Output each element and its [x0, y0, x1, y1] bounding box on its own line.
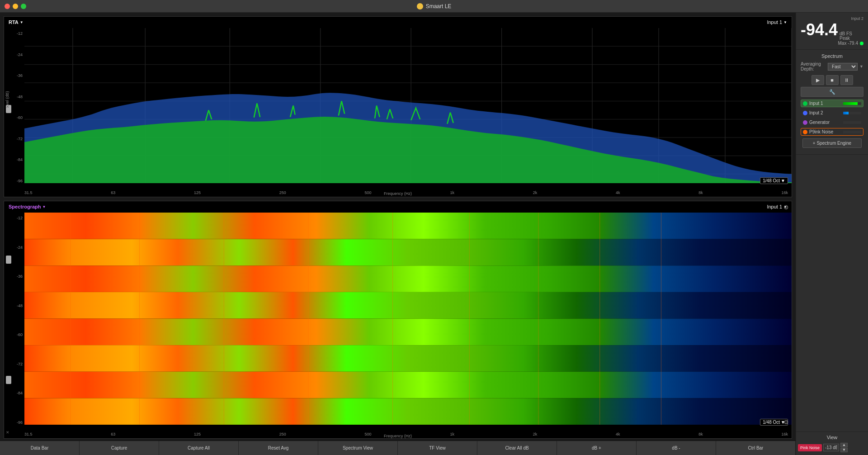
add-spectrum-engine-button[interactable]: + Spectrum Engine [802, 138, 862, 148]
avg-depth-label: Averaging Depth: [801, 62, 826, 71]
oct-badge-arrow: ▼ [781, 178, 785, 183]
stop-button[interactable]: ■ [826, 75, 839, 85]
spectrum-view-button[interactable]: Spectrum View [318, 441, 398, 455]
x-label-500: 500 [365, 190, 372, 195]
wrench-button[interactable]: 🔧 [801, 87, 863, 97]
pink-noise-button[interactable]: Pink Noise [798, 444, 822, 451]
channel4-meter [843, 131, 861, 133]
db-input[interactable] [823, 444, 839, 451]
avg-depth-select[interactable]: Fast Medium Slow [828, 63, 858, 71]
y-axis-title-container: Level (dB) [4, 17, 10, 184]
capture-button[interactable]: Capture [80, 441, 159, 455]
view-section: View Pink Noise ▲ ▼ [796, 431, 868, 455]
tf-view-button[interactable]: TF View [398, 441, 477, 455]
ctrl-bar-button[interactable]: Ctrl Bar [716, 441, 796, 455]
play-button[interactable]: ▶ [811, 75, 824, 85]
data-bar-button[interactable]: Data Bar [0, 441, 80, 455]
x-label-125: 125 [194, 190, 201, 195]
channel2-meter [843, 112, 861, 114]
rta-chart-area [24, 28, 792, 183]
channel3-dot [803, 120, 807, 125]
oct-badge-text: 1/48 Oct [763, 178, 780, 183]
spectrogram-header: Spectrograph ▼ [9, 204, 46, 209]
bottom-toolbar: Data Bar Capture Capture All Reset Avg S… [0, 441, 796, 455]
channel3-meter [843, 121, 861, 124]
pause-button[interactable]: ⏸ [840, 75, 853, 85]
x-label-2k: 2k [533, 190, 538, 195]
app-title-text: Smaart LE [426, 3, 452, 9]
window-controls[interactable] [5, 4, 26, 9]
rta-input-label: Input 1 [767, 19, 782, 25]
channel2-dot [803, 111, 807, 115]
close-button[interactable] [5, 4, 10, 9]
channel-input2[interactable]: Input 2 [801, 109, 863, 117]
main-layout: RTA ▼ Input 1 ▼ -12 -24 -36 -48 -60 -72 … [0, 13, 868, 455]
spectrogram-oct-text: 1/48 Oct [763, 420, 780, 425]
channel1-fill [843, 102, 858, 105]
spectrogram-panel: Spectrograph ▼ Input 1 ▼ ⚙ -12 -24 -36 -… [4, 201, 792, 439]
view-title: View [798, 435, 866, 440]
spectrogram-dropdown[interactable]: ▼ [42, 205, 46, 209]
channel-input1[interactable]: Input 1 [801, 100, 863, 107]
x-label-63: 63 [111, 190, 115, 195]
channel-p9ink[interactable]: P9ink Noise [801, 128, 863, 136]
channel4-dot [803, 130, 807, 134]
channel2-label: Input 2 [809, 110, 841, 115]
spectrogram-x-title: Frequency (Hz) [384, 434, 412, 438]
spectrogram-visual [24, 213, 792, 425]
avg-depth-row: Averaging Depth: Fast Medium Slow ▼ [801, 62, 863, 71]
level-max-text: Max -79.4 [838, 41, 858, 46]
channel4-label: P9ink Noise [809, 129, 841, 134]
x-label-1k: 1k [450, 190, 454, 195]
channel2-fill [843, 112, 849, 114]
spectrogram-slider-bottom[interactable] [6, 376, 11, 384]
channel1-dot [803, 101, 807, 106]
spectrogram-label-text: Spectrograph [9, 204, 41, 209]
spectrogram-bottom-settings-icon[interactable]: ⚙ [783, 419, 789, 426]
channel1-label: Input 1 [809, 101, 841, 106]
level-value: -94.4 [801, 22, 838, 38]
capture-all-button[interactable]: Capture All [159, 441, 239, 455]
db-plus-button[interactable]: dB + [557, 441, 637, 455]
view-controls: Pink Noise ▲ ▼ [798, 443, 866, 452]
x-label-8k: 8k [698, 190, 703, 195]
rta-close-icon[interactable]: ✕ [6, 104, 9, 109]
reset-avg-button[interactable]: Reset Avg [239, 441, 318, 455]
channel-generator[interactable]: Generator [801, 118, 863, 126]
rta-panel: RTA ▼ Input 1 ▼ -12 -24 -36 -48 -60 -72 … [4, 16, 792, 197]
rta-header: RTA ▼ [9, 19, 24, 25]
titlebar: Smaart LE [0, 0, 868, 13]
spectrogram-slider-top[interactable] [6, 256, 11, 264]
x-label-31: 31.5 [24, 190, 33, 195]
db-minus-button[interactable]: dB - [637, 441, 716, 455]
x-axis-title: Frequency (Hz) [384, 191, 412, 196]
clear-all-db-button[interactable]: Clear All dB [477, 441, 557, 455]
rta-input-selector[interactable]: Input 1 ▼ [767, 19, 787, 25]
add-spectrum-label: + Spectrum Engine [813, 141, 851, 146]
minimize-button[interactable] [13, 4, 18, 9]
x-label-4k: 4k [616, 190, 620, 195]
right-sidebar: Input 2 -94.4 dB FS Peak Max -79.4 Spect… [796, 13, 868, 455]
rta-dropdown-arrow[interactable]: ▼ [20, 20, 24, 24]
x-label-16k: 16k [781, 190, 788, 195]
avg-select-arrow: ▼ [859, 64, 863, 69]
spectrogram-settings-icon[interactable]: ⚙ [783, 204, 789, 211]
panels-area: RTA ▼ Input 1 ▼ -12 -24 -36 -48 -60 -72 … [0, 13, 796, 455]
channel3-label: Generator [809, 120, 841, 125]
spectrum-section: Spectrum Averaging Depth: Fast Medium Sl… [796, 50, 868, 155]
db-stepper: ▲ ▼ [840, 443, 848, 452]
rta-spectrum-svg [24, 28, 792, 183]
app-title: Smaart LE [417, 3, 452, 9]
db-decrement-button[interactable]: ▼ [840, 448, 848, 452]
maximize-button[interactable] [21, 4, 26, 9]
level-max: Max -79.4 [801, 41, 863, 46]
channel1-meter [843, 102, 861, 105]
oct-badge[interactable]: 1/48 Oct ▼ [760, 177, 788, 184]
x-label-250: 250 [279, 190, 286, 195]
db-increment-button[interactable]: ▲ [840, 443, 848, 447]
transport-controls: ▶ ■ ⏸ [801, 75, 863, 85]
level-green-dot [860, 42, 863, 45]
rta-label: RTA [9, 19, 19, 25]
spectrogram-close-icon[interactable]: ✕ [6, 430, 9, 435]
spectrogram-y-axis: -12 -24 -36 -48 -60 -72 -84 -96 [4, 215, 24, 426]
